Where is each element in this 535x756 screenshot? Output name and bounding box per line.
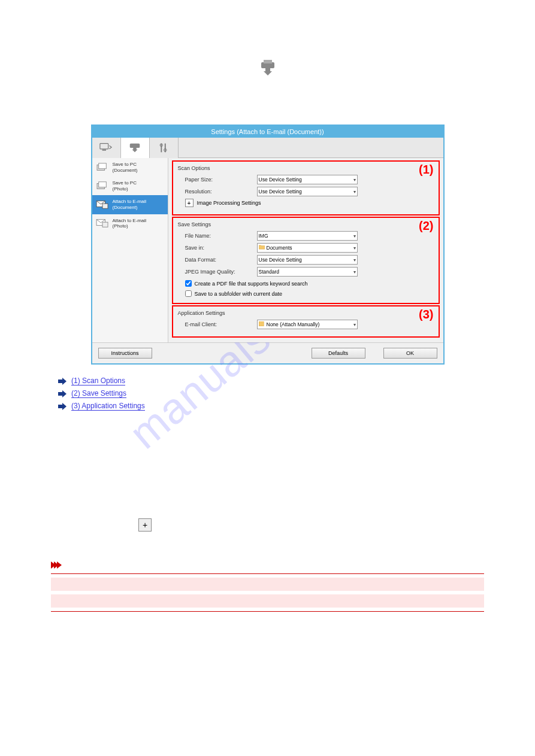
important-block [51, 561, 484, 612]
chevron-down-icon: ▾ [353, 233, 356, 239]
email-client-select[interactable]: None (Attach Manually) ▾ [257, 320, 358, 329]
scan-options-title: Scan Options [178, 165, 434, 171]
section-badge-2: (2) [419, 219, 433, 233]
svg-rect-16 [102, 222, 108, 227]
sidebar-item-label: Attach to E-mail(Document) [113, 199, 146, 210]
data-format-label: Data Format: [185, 257, 257, 263]
svg-rect-12 [98, 182, 106, 187]
tools-icon [157, 142, 170, 154]
subfolder-date-checkbox[interactable] [185, 290, 192, 297]
device-download-icon [128, 142, 141, 154]
pdf-keyword-label: Create a PDF file that supports keyword … [195, 281, 308, 287]
defaults-button[interactable]: Defaults [312, 348, 365, 359]
link-scan-options[interactable]: (1) Scan Options [71, 377, 125, 385]
image-processing-label: Image Processing Settings [197, 200, 261, 206]
section-badge-1: (1) [419, 163, 433, 177]
file-name-label: File Name: [185, 233, 257, 239]
jpeg-quality-select[interactable]: Standard▾ [257, 267, 358, 277]
chevron-down-icon: ▾ [353, 269, 356, 275]
arrow-right-icon [58, 390, 67, 397]
email-client-label: E-mail Client: [185, 321, 257, 327]
dialog-title: Settings (Attach to E-mail (Document)) [92, 126, 443, 138]
instructions-button[interactable]: Instructions [98, 348, 152, 359]
sidebar-item-email-photo[interactable]: Attach to E-mail(Photo) [92, 214, 168, 233]
svg-rect-2 [100, 144, 108, 149]
important-band [51, 594, 484, 608]
application-settings-section: (3) Application Settings E-mail Client: … [172, 305, 440, 338]
application-settings-title: Application Settings [178, 310, 434, 316]
tab-from-scanner[interactable] [121, 138, 150, 158]
expand-image-processing-button[interactable]: + [185, 199, 194, 207]
plus-box-icon: + [138, 518, 152, 532]
svg-rect-5 [161, 144, 162, 153]
important-chevrons-icon [51, 561, 60, 569]
sidebar-item-label: Save to PC(Document) [113, 162, 138, 173]
arrow-right-icon [58, 378, 67, 385]
dialog-main-panel: (1) Scan Options Paper Size: Use Device … [168, 158, 443, 342]
jpeg-quality-label: JPEG Image Quality: [185, 269, 257, 275]
tab-from-computer[interactable] [92, 138, 121, 158]
save-settings-section: (2) Save Settings File Name: IMG▾ Save i… [172, 217, 440, 304]
dialog-sidebar: Save to PC(Document) Save to PC(Photo) [92, 158, 168, 342]
svg-rect-4 [130, 144, 140, 148]
svg-rect-17 [259, 321, 264, 326]
data-format-select[interactable]: Use Device Setting▾ [257, 255, 358, 265]
paper-size-select[interactable]: Use Device Setting▾ [257, 175, 358, 184]
svg-rect-1 [264, 60, 272, 63]
settings-dialog: Settings (Attach to E-mail (Document)) [91, 125, 445, 365]
plus-inline-reference: + [51, 518, 484, 532]
arrow-right-icon [58, 403, 67, 410]
app-icon [259, 321, 265, 326]
svg-rect-10 [98, 163, 106, 168]
ok-button[interactable]: OK [383, 348, 437, 359]
chevron-down-icon: ▾ [353, 189, 356, 195]
sidebar-item-email-document[interactable]: Attach to E-mail(Document) [92, 195, 168, 214]
svg-rect-14 [102, 204, 108, 208]
section-badge-3: (3) [419, 308, 433, 321]
sidebar-item-label: Save to PC(Photo) [113, 180, 137, 192]
monitor-arrow-icon [99, 142, 113, 154]
resolution-label: Resolution: [185, 189, 257, 195]
chevron-down-icon: ▾ [353, 322, 356, 327]
subfolder-date-label: Save to a subfolder with current date [195, 291, 283, 297]
link-application-settings[interactable]: (3) Application Settings [71, 402, 145, 411]
sidebar-item-label: Attach to E-mail(Photo) [113, 218, 146, 229]
sidebar-item-save-pc-photo[interactable]: Save to PC(Photo) [92, 177, 168, 195]
resolution-select[interactable]: Use Device Setting▾ [257, 187, 358, 196]
link-save-settings[interactable]: (2) Save Settings [71, 389, 126, 398]
photo-stack-icon [96, 181, 109, 192]
dialog-button-bar: Instructions Defaults OK [92, 342, 443, 363]
paper-size-label: Paper Size: [185, 177, 257, 183]
folder-icon [259, 245, 265, 250]
svg-rect-3 [102, 150, 106, 151]
svg-rect-7 [165, 144, 166, 153]
scan-options-section: (1) Scan Options Paper Size: Use Device … [172, 160, 440, 215]
envelope-document-icon [96, 199, 109, 210]
envelope-photo-icon [96, 218, 109, 229]
chevron-down-icon: ▾ [353, 245, 356, 251]
file-name-select[interactable]: IMG▾ [257, 231, 358, 241]
save-settings-title: Save Settings [178, 221, 434, 227]
document-stack-icon [96, 162, 109, 173]
save-in-select[interactable]: Documents ▾ [257, 243, 358, 253]
section-links: (1) Scan Options (2) Save Settings (3) A… [58, 377, 484, 411]
tab-tools[interactable] [150, 138, 179, 158]
chevron-down-icon: ▾ [353, 257, 356, 263]
save-in-label: Save in: [185, 245, 257, 251]
pdf-keyword-checkbox[interactable] [185, 280, 192, 287]
chevron-down-icon: ▾ [353, 177, 356, 183]
sidebar-item-save-pc-document[interactable]: Save to PC(Document) [92, 158, 168, 177]
dialog-toolbar [92, 138, 443, 158]
printer-download-icon [259, 60, 277, 77]
important-band [51, 578, 484, 591]
